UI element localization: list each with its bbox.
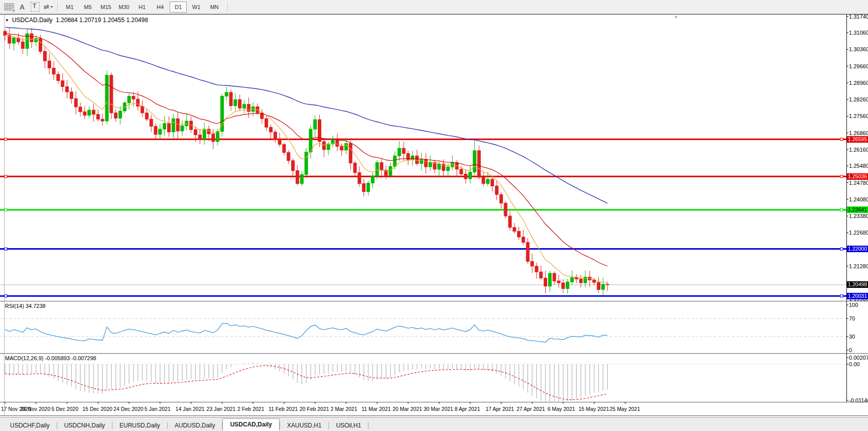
price-tag-1.22000: 1.22000	[847, 246, 868, 252]
candle-body	[150, 119, 153, 126]
chart-background[interactable]	[0, 14, 868, 416]
dropdown-caret-icon: ▾	[51, 5, 53, 9]
candle-body	[314, 120, 317, 129]
timeframe-button-H4[interactable]: H4	[152, 2, 169, 13]
chart-window[interactable]: ▼USDCAD,Daily 1.20684 1.20719 1.20455 1.…	[0, 14, 868, 416]
timeframe-button-M1[interactable]: M1	[61, 2, 78, 13]
toolbar: F A T ⇄▾ M1M5M15M30H1H4D1W1MN	[0, 0, 868, 14]
candle-body	[416, 156, 419, 163]
candle-body	[393, 156, 396, 166]
candle-body	[167, 124, 170, 132]
price-axis-label: 1.22680	[849, 230, 868, 236]
candle-body	[66, 87, 69, 92]
date-label: 25 May 2021	[609, 406, 640, 412]
candle-body	[522, 237, 525, 242]
rsi-axis-label: 100	[849, 302, 868, 308]
timeframe-button-M5[interactable]: M5	[79, 2, 96, 13]
candle-body	[504, 203, 507, 216]
candle-body	[83, 112, 86, 115]
chart-tab-XAUUSD-H1[interactable]: XAUUSD,H1	[280, 420, 329, 431]
line-handle[interactable]	[840, 295, 843, 297]
price-axis-label: 1.31060	[849, 30, 868, 36]
candle-body	[79, 107, 82, 112]
line-handle[interactable]	[5, 208, 7, 211]
line-handle[interactable]	[5, 175, 7, 178]
candle-body	[203, 129, 206, 139]
candle-body	[21, 42, 24, 48]
price-tag-1.20031: 1.20031	[847, 293, 868, 299]
chart-tab-AUDUSD-Daily[interactable]: AUDUSD,Daily	[168, 420, 222, 431]
current-price-tag: 1.20498	[847, 281, 868, 288]
candle-body	[30, 34, 33, 42]
line-handle[interactable]	[840, 175, 843, 178]
candle-body	[349, 144, 352, 163]
candle-body	[39, 39, 42, 52]
candle-body	[305, 152, 308, 175]
date-label: 5 Jan 2021	[145, 406, 171, 412]
price-axis-label: 1.26160	[849, 147, 868, 153]
candle-body	[438, 164, 441, 169]
candle-body	[424, 159, 427, 167]
line-handle[interactable]	[5, 248, 7, 250]
candle-body	[238, 99, 241, 108]
candle-body	[446, 167, 449, 171]
candle-body	[296, 171, 299, 184]
candle-body	[566, 282, 569, 288]
grid-f-letter: F	[12, 9, 15, 13]
grid-f-icon[interactable]: F	[3, 2, 15, 13]
chart-tab-USDCNH-Daily[interactable]: USDCNH,Daily	[57, 420, 112, 431]
chart-shift-marker-icon[interactable]: ▼	[674, 15, 678, 20]
candle-body	[540, 272, 543, 278]
macd-axis-label: 0.002074	[849, 355, 868, 361]
date-label: 15 Dec 2020	[82, 406, 112, 412]
timeframe-button-H1[interactable]: H1	[134, 2, 151, 13]
arrows-glyph: ⇄	[44, 3, 49, 11]
ohlc-high: 1.20719	[79, 17, 101, 24]
mt4-window: F A T ⇄▾ M1M5M15M30H1H4D1W1MN ▼USDCAD,Da…	[0, 0, 868, 431]
candle-body	[429, 163, 432, 167]
line-handle[interactable]	[840, 248, 843, 250]
arrows-icon[interactable]: ⇄▾	[42, 2, 54, 13]
candle-body	[229, 92, 232, 106]
rsi-axis-label: 0	[849, 347, 868, 353]
date-label: 24 Dec 2020	[113, 406, 144, 412]
line-handle[interactable]	[5, 138, 7, 141]
symbol-dropdown-icon[interactable]: ▼	[5, 18, 9, 23]
line-handle[interactable]	[5, 295, 7, 297]
candle-body	[371, 176, 374, 183]
candle-body	[194, 130, 197, 135]
line-handle[interactable]	[840, 138, 843, 141]
chart-tab-EURUSD-Daily[interactable]: EURUSD,Daily	[112, 420, 167, 431]
date-label: 20 Mar 2021	[393, 406, 422, 412]
candle-body	[486, 179, 489, 184]
line-handle[interactable]	[840, 208, 843, 211]
text-label-icon[interactable]: A	[16, 2, 28, 13]
chart-tab-USDCHF-Daily[interactable]: USDCHF,Daily	[3, 420, 57, 431]
ohlc-close: 1.20498	[126, 17, 148, 24]
candle-body	[513, 228, 516, 232]
candle-body	[292, 161, 295, 171]
candle-body	[172, 119, 175, 132]
text-box-letter: T	[31, 2, 40, 12]
timeframe-button-MN[interactable]: MN	[206, 2, 223, 13]
timeframe-button-M15[interactable]: M15	[97, 2, 114, 13]
timeframe-button-D1[interactable]: D1	[170, 2, 187, 13]
toolbar-separator	[227, 2, 228, 12]
candle-body	[322, 142, 325, 150]
chart-tab-USDCAD-Daily[interactable]: USDCAD,Daily	[222, 418, 279, 431]
chart-canvas[interactable]	[0, 14, 868, 416]
dots-grid-icon: F	[4, 3, 14, 11]
date-label: 23 Jan 2021	[206, 406, 235, 412]
candle-body	[544, 278, 547, 286]
timeframe-button-M30[interactable]: M30	[115, 2, 133, 13]
chart-tab-USOil-H1[interactable]: USOil,H1	[329, 420, 368, 431]
candle-body	[88, 110, 91, 115]
candle-body	[61, 81, 64, 87]
text-box-icon[interactable]: T	[29, 2, 41, 13]
price-axis-label: 1.24780	[849, 180, 868, 186]
date-label: 8 Apr 2021	[454, 406, 480, 412]
price-axis-label: 1.25480	[849, 163, 868, 169]
timeframe-button-W1[interactable]: W1	[188, 2, 205, 13]
date-label: 5 Dec 2020	[52, 406, 79, 412]
candle-body	[468, 172, 471, 179]
